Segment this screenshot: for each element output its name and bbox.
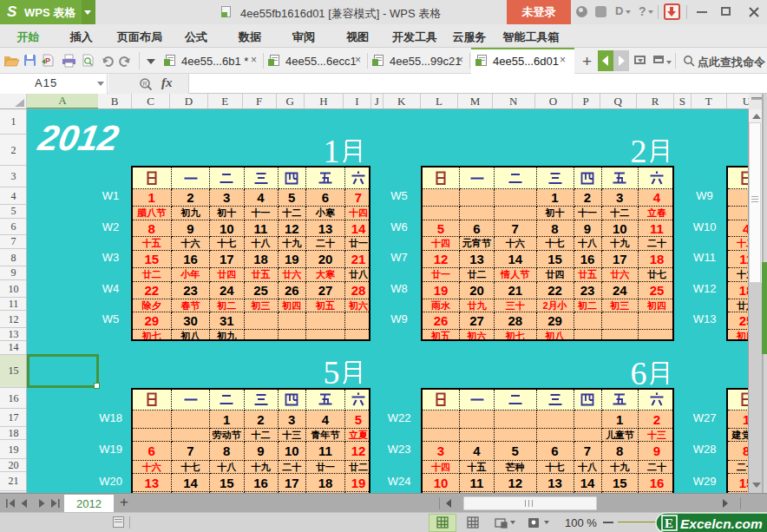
svg-text:E: E	[665, 516, 673, 530]
svg-text:R: R	[143, 81, 148, 87]
svg-text:Excelcn.com: Excelcn.com	[680, 516, 763, 531]
svg-text:P: P	[45, 56, 50, 65]
